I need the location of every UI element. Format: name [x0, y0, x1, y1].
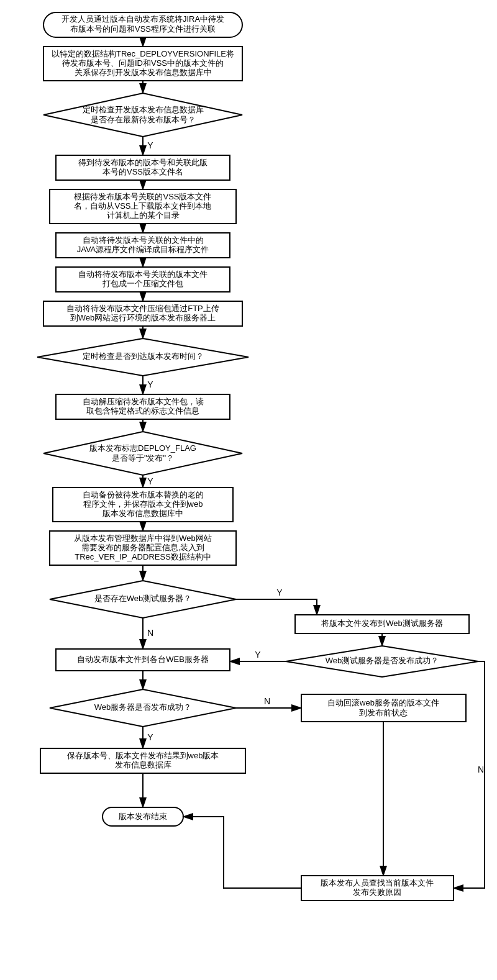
svg-text:本号的VSS版本文件名: 本号的VSS版本文件名 [103, 167, 183, 176]
svg-text:发布失败原因: 发布失败原因 [353, 887, 401, 897]
node-check-time: 定时检查是否到达版本发布时间？ [37, 338, 248, 376]
svg-text:计算机上的某个目录: 计算机上的某个目录 [107, 211, 180, 220]
node-package: 自动将待发布版本号关联的版本文件 打包成一个压缩文件包 [56, 267, 230, 292]
svg-text:自动回滚web服务器的版本文件: 自动回滚web服务器的版本文件 [327, 698, 439, 707]
node-get-config: 从版本发布管理数据库中得到Web网站 需要发布的服务器配置信息,装入到 TRec… [50, 531, 236, 565]
svg-text:发布信息数据库: 发布信息数据库 [115, 760, 171, 769]
svg-text:Y: Y [276, 588, 283, 597]
svg-text:定时检查是否到达版本发布时间？: 定时检查是否到达版本发布时间？ [83, 352, 204, 361]
svg-text:Web服务器是否发布成功？: Web服务器是否发布成功？ [94, 702, 192, 712]
svg-text:自动备份被待发布版本替换的老的: 自动备份被待发布版本替换的老的 [83, 490, 204, 499]
svg-text:自动将待发布版本文件压缩包通过FTP上传: 自动将待发布版本文件压缩包通过FTP上传 [66, 304, 219, 313]
svg-text:是否存在Web测试服务器？: 是否存在Web测试服务器？ [94, 594, 192, 603]
svg-text:Y: Y [147, 476, 153, 486]
node-check-db: 定时检查开发版本发布信息数据库 是否存在最新待发布版本号？ [43, 93, 242, 137]
svg-text:是否存在最新待发布版本号？: 是否存在最新待发布版本号？ [91, 115, 196, 124]
svg-text:程序文件，并保存版本文件到web: 程序文件，并保存版本文件到web [83, 499, 203, 509]
node-save-result: 保存版本号、版本文件发布结果到web版本 发布信息数据库 [40, 748, 245, 773]
svg-text:根据待发布版本号关联的VSS版本文件: 根据待发布版本号关联的VSS版本文件 [74, 192, 211, 201]
svg-text:版本发布标志DEPLOY_FLAG: 版本发布标志DEPLOY_FLAG [89, 443, 196, 453]
svg-text:Y: Y [255, 650, 261, 660]
svg-text:版本发布人员查找当前版本文件: 版本发布人员查找当前版本文件 [321, 878, 434, 887]
svg-text:以特定的数据结构TRec_DEPLOYVERSIONFILE: 以特定的数据结构TRec_DEPLOYVERSIONFILE将 [52, 49, 234, 58]
node-get-version: 得到待发布版本的版本号和关联此版 本号的VSS版本文件名 [56, 155, 230, 180]
svg-text:自动将待发布版本号关联的版本文件: 自动将待发布版本号关联的版本文件 [78, 270, 207, 279]
node-test-success: Web测试服务器是否发布成功？ [286, 646, 478, 677]
svg-text:N: N [264, 696, 270, 706]
svg-text:到Web网站运行环境的版本发布服务器上: 到Web网站运行环境的版本发布服务器上 [70, 313, 216, 322]
node-save-relation: 以特定的数据结构TRec_DEPLOYVERSIONFILE将 待发布版本号、问… [43, 47, 242, 81]
svg-text:是否等于"发布"？: 是否等于"发布"？ [112, 453, 174, 463]
svg-text:需要发布的服务器配置信息,装入到: 需要发布的服务器配置信息,装入到 [81, 543, 205, 552]
node-deploy-web: 自动发布版本文件到各台WEB服务器 [56, 649, 230, 671]
svg-text:自动解压缩待发布版本文件包，读: 自动解压缩待发布版本文件包，读 [83, 397, 204, 406]
node-test-server-exists: 是否存在Web测试服务器？ [50, 581, 236, 618]
node-compile: 自动将待发版本号关联的文件中的 JAVA源程序文件编译成目标程序文件 [56, 233, 230, 258]
node-ftp-upload: 自动将待发布版本文件压缩包通过FTP上传 到Web网站运行环境的版本发布服务器上 [43, 301, 242, 326]
svg-text:布版本号的问题和VSS程序文件进行关联: 布版本号的问题和VSS程序文件进行关联 [70, 24, 216, 34]
svg-text:N: N [147, 628, 153, 638]
svg-text:待发布版本号、问题ID和VSS中的版本文件的: 待发布版本号、问题ID和VSS中的版本文件的 [62, 58, 224, 68]
node-check-flag: 版本发布标志DEPLOY_FLAG 是否等于"发布"？ [43, 432, 242, 475]
svg-text:到发布前状态: 到发布前状态 [359, 708, 408, 717]
svg-text:自动将待发版本号关联的文件中的: 自动将待发版本号关联的文件中的 [83, 235, 204, 245]
svg-text:Y: Y [147, 140, 153, 150]
svg-text:开发人员通过版本自动发布系统将JIRA中待发: 开发人员通过版本自动发布系统将JIRA中待发 [62, 14, 224, 24]
svg-text:名，自动从VSS上下载版本文件到本地: 名，自动从VSS上下载版本文件到本地 [74, 201, 211, 211]
svg-text:Web测试服务器是否发布成功？: Web测试服务器是否发布成功？ [326, 656, 439, 665]
node-end: 版本发布结束 [103, 807, 183, 826]
svg-text:关系保存到开发版本发布信息数据库中: 关系保存到开发版本发布信息数据库中 [75, 68, 212, 77]
svg-text:定时检查开发版本发布信息数据库: 定时检查开发版本发布信息数据库 [83, 105, 204, 114]
svg-text:打包成一个压缩文件包: 打包成一个压缩文件包 [102, 279, 183, 288]
svg-text:JAVA源程序文件编译成目标程序文件: JAVA源程序文件编译成目标程序文件 [77, 245, 209, 254]
svg-text:Y: Y [147, 379, 153, 389]
svg-text:TRec_VER_IP_ADDRESS数据结构中: TRec_VER_IP_ADDRESS数据结构中 [75, 552, 211, 561]
node-start: 开发人员通过版本自动发布系统将JIRA中待发 布版本号的问题和VSS程序文件进行… [43, 12, 242, 37]
svg-text:将版本文件发布到Web测试服务器: 将版本文件发布到Web测试服务器 [321, 619, 443, 628]
svg-text:版本发布信息数据库中: 版本发布信息数据库中 [103, 509, 183, 518]
svg-text:版本发布结束: 版本发布结束 [119, 812, 167, 821]
node-web-success: Web服务器是否发布成功？ [50, 689, 236, 727]
svg-text:自动发布版本文件到各台WEB服务器: 自动发布版本文件到各台WEB服务器 [77, 655, 209, 664]
node-download-vss: 根据待发布版本号关联的VSS版本文件 名，自动从VSS上下载版本文件到本地 计算… [50, 189, 236, 224]
svg-text:取包含特定格式的标志文件信息: 取包含特定格式的标志文件信息 [86, 406, 199, 415]
node-unzip: 自动解压缩待发布版本文件包，读 取包含特定格式的标志文件信息 [56, 394, 230, 419]
node-deploy-test: 将版本文件发布到Web测试服务器 [295, 615, 469, 633]
svg-text:N: N [478, 764, 484, 774]
svg-text:保存版本号、版本文件发布结果到web版本: 保存版本号、版本文件发布结果到web版本 [67, 751, 219, 760]
svg-text:得到待发布版本的版本号和关联此版: 得到待发布版本的版本号和关联此版 [78, 158, 207, 167]
node-backup: 自动备份被待发布版本替换的老的 程序文件，并保存版本文件到web 版本发布信息数… [53, 488, 233, 522]
svg-text:从版本发布管理数据库中得到Web网站: 从版本发布管理数据库中得到Web网站 [74, 533, 212, 543]
node-rollback: 自动回滚web服务器的版本文件 到发布前状态 [301, 694, 466, 722]
node-find-reason: 版本发布人员查找当前版本文件 发布失败原因 [301, 876, 454, 901]
svg-text:Y: Y [147, 732, 153, 742]
